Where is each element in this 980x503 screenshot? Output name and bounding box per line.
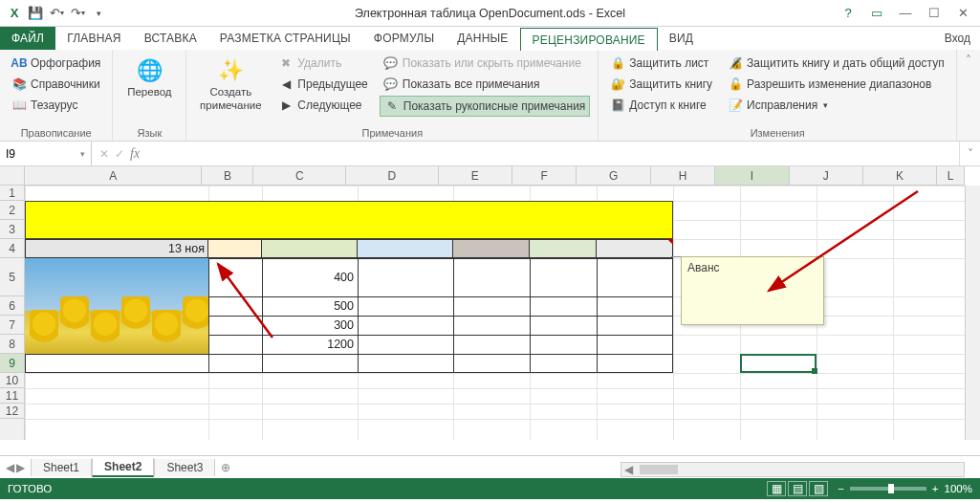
col-header-A[interactable]: A: [25, 166, 202, 185]
col-header-J[interactable]: J: [790, 166, 863, 185]
row-header-12[interactable]: 12: [0, 404, 24, 419]
row-header-11[interactable]: 11: [0, 388, 24, 404]
view-buttons[interactable]: ▦ ▤ ▧: [767, 481, 828, 496]
signin-link[interactable]: Вход: [935, 27, 980, 50]
header-cell-col6[interactable]: [597, 239, 673, 258]
redo-icon[interactable]: ↷▾: [69, 5, 86, 22]
cell-A4[interactable]: 13 ноя: [25, 239, 208, 258]
undo-icon[interactable]: ↶▾: [48, 5, 65, 22]
thesaurus-button[interactable]: 📖Тезаурус: [8, 96, 104, 115]
col-header-H[interactable]: H: [651, 166, 716, 185]
next-comment-button[interactable]: ▶Следующее: [274, 96, 371, 115]
col-header-C[interactable]: C: [253, 166, 346, 185]
header-cell-col5[interactable]: [530, 239, 597, 258]
research-button[interactable]: 📚Справочники: [8, 75, 104, 94]
cell-C7[interactable]: 300: [262, 316, 358, 335]
name-box-input[interactable]: [6, 147, 63, 161]
track-changes-button[interactable]: 📝Исправления▾: [724, 96, 948, 115]
cell-C6[interactable]: 500: [262, 296, 358, 316]
embedded-image[interactable]: [25, 258, 208, 354]
col-header-I[interactable]: I: [715, 166, 789, 185]
protect-share-button[interactable]: 🔏Защитить книгу и дать общий доступ: [724, 54, 948, 73]
row-header-8[interactable]: 8: [0, 335, 24, 354]
maximize-icon[interactable]: ☐: [921, 4, 947, 23]
tab-data[interactable]: ДАННЫЕ: [446, 27, 519, 50]
col-header-E[interactable]: E: [439, 166, 512, 185]
col-header-G[interactable]: G: [577, 166, 650, 185]
tab-page-layout[interactable]: РАЗМЕТКА СТРАНИЦЫ: [208, 27, 362, 50]
select-all-corner[interactable]: [0, 166, 25, 186]
minimize-icon[interactable]: —: [892, 4, 919, 23]
close-icon[interactable]: ✕: [949, 4, 976, 23]
row-header-7[interactable]: 7: [0, 316, 24, 335]
collapse-ribbon-icon[interactable]: ˄: [966, 54, 971, 67]
tab-home[interactable]: ГЛАВНАЯ: [55, 27, 132, 50]
allow-ranges-button[interactable]: 🔓Разрешить изменение диапазонов: [724, 75, 948, 94]
tab-insert[interactable]: ВСТАВКА: [133, 27, 208, 50]
view-break-icon[interactable]: ▧: [809, 481, 828, 496]
row-header-10[interactable]: 10: [0, 373, 24, 388]
row-header-3[interactable]: 3: [0, 220, 24, 239]
new-comment-button[interactable]: ✨ Создать примечание: [194, 54, 267, 115]
view-normal-icon[interactable]: ▦: [767, 481, 786, 496]
tab-formulas[interactable]: ФОРМУЛЫ: [362, 27, 446, 50]
delete-comment-button[interactable]: ✖Удалить: [274, 54, 371, 73]
sheet-nav-prev-icon[interactable]: ◀: [6, 461, 14, 474]
qat-customize-icon[interactable]: ▾: [90, 5, 107, 22]
name-box-dropdown-icon[interactable]: ▾: [80, 149, 85, 159]
zoom-in-icon[interactable]: +: [932, 483, 939, 494]
view-page-icon[interactable]: ▤: [788, 481, 807, 496]
protect-workbook-button[interactable]: 🔐Защитить книгу: [606, 75, 716, 94]
header-cell-col2[interactable]: [262, 239, 358, 258]
save-icon[interactable]: 💾: [27, 5, 44, 22]
spelling-button[interactable]: ABОрфография: [8, 54, 104, 73]
comment-indicator[interactable]: [667, 239, 673, 245]
cell-C8[interactable]: 1200: [262, 335, 358, 354]
row-header-9[interactable]: 9: [0, 354, 24, 373]
sheet-tab-3[interactable]: Sheet3: [154, 459, 215, 476]
cell-grid[interactable]: 13 ноя4005003001200Аванс: [25, 186, 965, 440]
vertical-scrollbar[interactable]: [965, 186, 980, 440]
header-cell-col4[interactable]: [453, 239, 530, 258]
showhide-comment-button[interactable]: 💬Показать или скрыть примечание: [380, 54, 591, 73]
yellow-merged-range[interactable]: [25, 201, 673, 239]
showall-comments-button[interactable]: 💬Показать все примечания: [380, 75, 591, 94]
tab-view[interactable]: ВИД: [658, 27, 705, 50]
expand-formula-bar-icon[interactable]: ˅: [959, 142, 980, 165]
cancel-formula-icon[interactable]: ✕: [99, 147, 109, 161]
ribbon-options-icon[interactable]: ▭: [863, 4, 890, 23]
zoom-control[interactable]: − + 100%: [838, 483, 972, 494]
worksheet-area[interactable]: ABCDEFGHIJKL 123456789101112 13 ноя40050…: [0, 166, 980, 455]
row-header-1[interactable]: 1: [0, 186, 24, 201]
row-header-5[interactable]: 5: [0, 258, 24, 296]
zoom-out-icon[interactable]: −: [838, 483, 844, 494]
row-header-4[interactable]: 4: [0, 239, 24, 258]
sheet-tab-1[interactable]: Sheet1: [31, 459, 92, 476]
sheet-tab-2[interactable]: Sheet2: [92, 458, 154, 477]
show-ink-button[interactable]: ✎Показать рукописные примечания: [380, 96, 591, 117]
col-header-L[interactable]: L: [937, 166, 965, 185]
hscroll-left-icon[interactable]: ◀: [621, 463, 636, 476]
header-cell-col1[interactable]: [208, 239, 262, 258]
col-header-K[interactable]: K: [863, 166, 937, 185]
protect-sheet-button[interactable]: 🔒Защитить лист: [606, 54, 716, 73]
horizontal-scrollbar[interactable]: ◀: [621, 462, 965, 477]
zoom-slider[interactable]: [850, 487, 926, 491]
help-icon[interactable]: ?: [835, 4, 861, 23]
tab-file[interactable]: ФАЙЛ: [0, 27, 55, 50]
row-header-2[interactable]: 2: [0, 201, 24, 220]
col-header-B[interactable]: B: [202, 166, 253, 185]
row-header-6[interactable]: 6: [0, 296, 24, 316]
translate-button[interactable]: 🌐 Перевод: [120, 54, 178, 101]
name-box[interactable]: ▾: [0, 142, 92, 165]
formula-input[interactable]: [147, 142, 959, 165]
cell-C5[interactable]: 400: [262, 258, 358, 296]
col-header-D[interactable]: D: [346, 166, 439, 185]
col-header-F[interactable]: F: [512, 166, 577, 185]
comment-box[interactable]: Аванс: [681, 256, 824, 325]
tab-review[interactable]: РЕЦЕНЗИРОВАНИЕ: [520, 28, 658, 51]
zoom-value[interactable]: 100%: [945, 483, 972, 494]
fx-icon[interactable]: fx: [130, 146, 140, 162]
sheet-nav-next-icon[interactable]: ▶: [16, 461, 25, 474]
share-workbook-button[interactable]: 📓Доступ к книге: [606, 96, 716, 115]
